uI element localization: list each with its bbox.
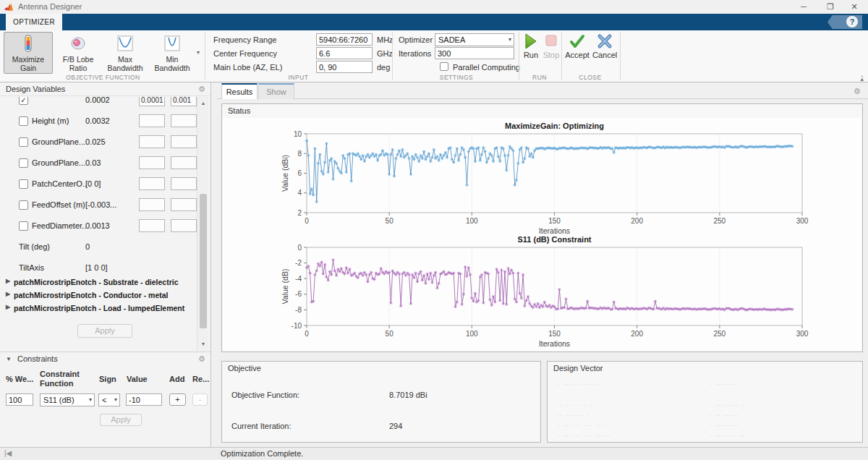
- weight-input[interactable]: [6, 393, 33, 406]
- variable-value: 0.025: [85, 137, 106, 146]
- lower-bound-field[interactable]: [139, 198, 165, 211]
- constraints-apply-button[interactable]: Apply: [100, 414, 142, 426]
- variable-checkbox[interactable]: [19, 179, 28, 189]
- main-lobe-unit: deg: [377, 63, 390, 72]
- variable-checkbox[interactable]: [19, 221, 28, 231]
- run-button[interactable]: Run: [522, 33, 540, 59]
- lower-bound-field[interactable]: [139, 114, 165, 127]
- max-bandwidth-button[interactable]: Max Bandwidth: [103, 32, 148, 74]
- scroll-up-icon[interactable]: ▲: [197, 98, 209, 108]
- tab-optimizer[interactable]: OPTIMIZER: [6, 14, 62, 30]
- add-constraint-button[interactable]: +: [169, 393, 186, 406]
- constraint-function-dropdown[interactable]: S11 (dB) ▾: [40, 393, 95, 406]
- tree-expand-icon[interactable]: ▶: [6, 291, 10, 297]
- svg-text:250: 250: [713, 330, 726, 338]
- parallel-computing-checkbox[interactable]: [440, 62, 448, 71]
- sign-value: <: [102, 396, 106, 404]
- scroll-down-icon[interactable]: ▼: [197, 339, 209, 349]
- minimize-button[interactable]: ─: [793, 0, 814, 14]
- optimizer-dropdown[interactable]: SADEA ▾: [435, 33, 514, 46]
- iterations-input[interactable]: [435, 47, 514, 59]
- frequency-range-input[interactable]: [316, 33, 373, 46]
- upper-bound-field[interactable]: [171, 135, 197, 148]
- variable-checkbox[interactable]: [19, 116, 28, 126]
- cancel-button[interactable]: Cancel: [592, 33, 617, 59]
- lower-bound-field[interactable]: [139, 177, 165, 190]
- objective-function-value: 8.7019 dBi: [389, 391, 427, 399]
- status-bar-text: Optimization Complete.: [221, 449, 303, 458]
- restore-button[interactable]: ❐: [820, 0, 841, 14]
- upper-bound-field[interactable]: [171, 114, 197, 127]
- max-bandwidth-label: Max Bandwidth: [107, 55, 142, 72]
- upper-bound-field[interactable]: 0.001: [171, 97, 197, 106]
- lower-bound-field[interactable]: 0.0001: [139, 97, 165, 106]
- svg-text:50: 50: [386, 330, 394, 338]
- lower-bound-field[interactable]: [139, 156, 165, 169]
- fb-lobe-ratio-button[interactable]: F/B Lobe Ratio: [56, 32, 101, 74]
- constraints-title: Constraints: [17, 354, 58, 363]
- run-label: Run: [522, 51, 540, 59]
- upper-bound-field[interactable]: [171, 219, 197, 232]
- objective-section-label: OBJECTIVE FUNCTION: [22, 74, 184, 81]
- main-lobe-label: Main Lobe (AZ, EL): [213, 63, 282, 72]
- tree-item[interactable]: ▶patchMicrostripEnotch - Substrate - die…: [0, 276, 211, 289]
- variable-checkbox[interactable]: [19, 200, 28, 210]
- section-divider: [519, 32, 519, 80]
- collapse-ribbon-icon[interactable]: ▴̄: [860, 75, 864, 82]
- ribbon: Maximize Gain F/B Lobe Ratio Max Bandwid…: [0, 30, 868, 82]
- design-variable-row: FeedDiameter...0.0013: [0, 216, 211, 237]
- svg-text:6: 6: [297, 169, 302, 177]
- maximize-gain-button[interactable]: Maximize Gain: [4, 32, 53, 74]
- upper-bound-field[interactable]: [171, 198, 197, 211]
- design-variables-gear-icon[interactable]: ⚙: [198, 85, 205, 93]
- center-frequency-input[interactable]: [316, 47, 373, 59]
- upper-bound-field[interactable]: [171, 156, 197, 169]
- sign-dropdown[interactable]: < ▾: [98, 393, 120, 406]
- tab-show[interactable]: Show: [258, 83, 294, 99]
- tree-item[interactable]: ▶patchMicrostripEnotch - Load - lumpedEl…: [0, 302, 211, 315]
- close-button[interactable]: ✕: [843, 0, 865, 14]
- chevron-down-icon: ▾: [509, 34, 511, 46]
- svg-text:300: 300: [796, 330, 809, 338]
- design-variable-row: TiltAxis[1 0 0]: [0, 257, 211, 278]
- tab-results[interactable]: Results: [221, 83, 258, 99]
- col-sign: Sign: [99, 375, 116, 384]
- fb-lobe-ratio-label: F/B Lobe Ratio: [63, 55, 94, 72]
- design-vector-label: · ··· ·· ··· ··· ·: [558, 422, 610, 429]
- svg-text:150: 150: [548, 330, 561, 338]
- svg-text:100: 100: [466, 217, 478, 225]
- constraint-value-input[interactable]: [126, 393, 162, 406]
- variable-checkbox[interactable]: [19, 158, 28, 168]
- section-divider: [392, 32, 393, 80]
- tree-expand-icon[interactable]: ▶: [6, 304, 10, 310]
- svg-text:-10: -10: [292, 322, 302, 330]
- design-variables-apply-button[interactable]: Apply: [77, 324, 132, 338]
- results-gear-icon[interactable]: ⚙: [854, 88, 861, 95]
- variable-value: [1 0 0]: [85, 263, 108, 272]
- lower-bound-field[interactable]: [139, 135, 165, 148]
- remove-constraint-button[interactable]: -: [192, 393, 208, 406]
- lower-bound-field[interactable]: [139, 219, 165, 232]
- accept-button[interactable]: Accept: [565, 33, 590, 59]
- variable-checkbox[interactable]: [19, 137, 28, 147]
- upper-bound-field[interactable]: [171, 177, 197, 190]
- min-bandwidth-button[interactable]: Min Bandwidth: [150, 32, 195, 74]
- fb-lobe-ratio-icon: [56, 35, 100, 54]
- main-lobe-input[interactable]: [316, 61, 373, 73]
- collapse-panel-icon[interactable]: |◀: [4, 449, 12, 457]
- tree-item[interactable]: ▶patchMicrostripEnotch - Conductor - met…: [0, 289, 211, 302]
- variable-label: FeedOffset (m): [32, 200, 87, 209]
- objective-overflow-icon[interactable]: ▾: [197, 49, 200, 56]
- results-content: Status MaximizeGain: Optimizing050100150…: [217, 99, 868, 447]
- design-variable-row: FeedOffset (m)[-0.003...: [0, 195, 211, 216]
- scrollbar-thumb[interactable]: [200, 194, 207, 328]
- variable-checkbox[interactable]: ✓: [19, 97, 28, 105]
- constraints-collapse-icon[interactable]: ▼: [6, 356, 12, 362]
- stop-button[interactable]: Stop: [542, 33, 561, 59]
- design-variable-row: ✓0.00020.00010.001: [0, 97, 211, 111]
- help-icon[interactable]: ?: [846, 16, 858, 27]
- design-vector-label: ·· ······ ·: [558, 412, 590, 419]
- constraints-gear-icon[interactable]: ⚙: [198, 355, 205, 363]
- tree-expand-icon[interactable]: ▶: [6, 278, 10, 284]
- max-bandwidth-icon: [103, 35, 147, 54]
